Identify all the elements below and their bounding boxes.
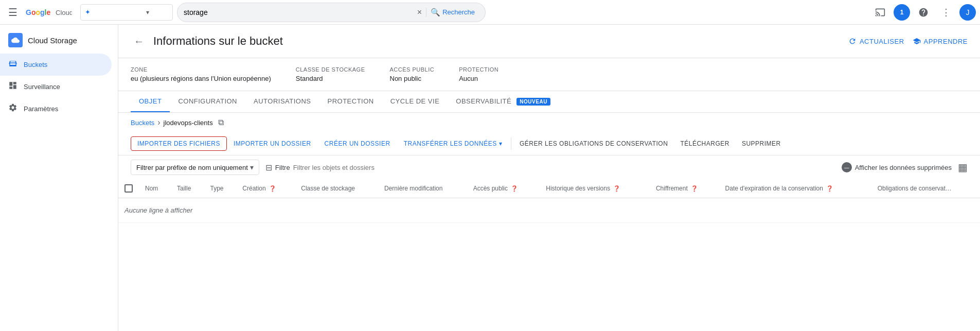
transfer-data-arrow: ▾: [499, 140, 503, 147]
search-button[interactable]: 🔍 Recherche: [426, 8, 479, 17]
filter-bar: Filtrer par préfixe de nom uniquement ▾ …: [118, 155, 980, 179]
empty-message: Aucune ligne à afficher: [118, 198, 980, 223]
page-title: Informations sur le bucket: [153, 34, 842, 48]
select-all-checkbox[interactable]: [124, 184, 133, 193]
learn-label: APPRENDRE: [924, 38, 968, 45]
topbar-right: 1 ⋮ J: [871, 3, 976, 22]
public-access-label: Accès public: [390, 66, 435, 73]
sidebar-product-header: Cloud Storage: [0, 25, 118, 54]
import-folder-button[interactable]: IMPORTER UN DOSSIER: [227, 136, 318, 151]
tab-observabilite[interactable]: OBSERVABILITÉ NOUVEAU: [448, 91, 559, 112]
toggle-deleted-icon: —: [842, 162, 852, 172]
tab-observabilite-badge: NOUVEAU: [516, 98, 550, 106]
zone-label: Zone: [131, 66, 271, 73]
help-button[interactable]: [914, 3, 933, 22]
buckets-icon: [8, 59, 17, 71]
project-selector[interactable]: ✦ ▾: [80, 4, 173, 21]
zone-value: eu (plusieurs régions dans l'Union europ…: [131, 75, 271, 82]
sidebar-product-name: Cloud Storage: [28, 36, 77, 45]
info-public-access: Accès public Non public: [390, 66, 435, 82]
filter-prefix-dropdown[interactable]: Filtrer par préfixe de nom uniquement ▾: [131, 160, 259, 175]
tab-objet[interactable]: OBJET: [131, 91, 170, 112]
refresh-button[interactable]: ACTUALISER: [848, 37, 904, 45]
breadcrumb-buckets-link[interactable]: Buckets: [131, 119, 154, 127]
col-header-nom: Nom: [139, 179, 171, 198]
learn-button[interactable]: APPRENDRE: [913, 37, 968, 45]
filter-prefix-arrow: ▾: [250, 163, 254, 171]
show-deleted-label: Afficher les données supprimées: [855, 164, 952, 171]
storage-class-value: Standard: [296, 75, 365, 82]
search-clear-icon[interactable]: ×: [417, 8, 422, 17]
delete-button[interactable]: SUPPRIMER: [736, 137, 787, 150]
tab-cycle-de-vie[interactable]: CYCLE DE VIE: [382, 91, 448, 112]
page-header: ← Informations sur le bucket ACTUALISER …: [118, 25, 980, 58]
notification-badge[interactable]: 1: [894, 4, 910, 21]
sidebar-product-icon: [8, 33, 23, 47]
filter-input[interactable]: [293, 164, 396, 171]
density-button[interactable]: ▦: [958, 161, 968, 173]
google-logo-svg: Google Cloud: [26, 8, 72, 17]
sidebar: Cloud Storage Buckets Surveillance Param…: [0, 25, 118, 331]
filter-label: Filtre: [275, 164, 290, 171]
filter-section: ⊟ Filtre: [265, 163, 396, 172]
acces-public-help-icon[interactable]: ❓: [510, 184, 519, 193]
user-avatar-button[interactable]: J: [959, 4, 976, 21]
protection-label: Protection: [459, 66, 498, 73]
info-protection: Protection Aucun: [459, 66, 498, 82]
col-header-classe-stockage: Classe de stockage: [295, 179, 378, 198]
info-storage-class: Classe de stockage Standard: [296, 66, 365, 82]
sidebar-item-parametres[interactable]: Paramètres: [0, 98, 112, 120]
manage-obligations-button[interactable]: GÉRER LES OBLIGATIONS DE CONSERVATION: [513, 137, 674, 150]
create-folder-button[interactable]: CRÉER UN DOSSIER: [318, 136, 397, 151]
main-content: ← Informations sur le bucket ACTUALISER …: [118, 25, 980, 331]
date-expiration-help-icon[interactable]: ❓: [826, 184, 834, 193]
sidebar-item-surveillance-label: Surveillance: [24, 83, 60, 91]
empty-table-row: Aucune ligne à afficher: [118, 198, 980, 223]
filter-icon: ⊟: [265, 163, 272, 172]
sidebar-item-buckets[interactable]: Buckets: [0, 54, 112, 76]
project-input[interactable]: [93, 8, 144, 16]
objects-table: Nom Taille Type Création ❓ Classe de sto…: [118, 179, 980, 223]
filter-prefix-label: Filtrer par préfixe de nom uniquement: [136, 164, 248, 171]
breadcrumb-current: jlodevops-clients: [164, 119, 213, 127]
transfer-data-label: TRANSFÉRER LES DONNÉES: [404, 140, 497, 147]
filter-right: — Afficher les données supprimées ▦: [842, 161, 968, 173]
show-deleted-toggle[interactable]: — Afficher les données supprimées: [842, 162, 952, 172]
search-btn-label: Recherche: [442, 8, 475, 16]
creation-help-icon[interactable]: ❓: [269, 184, 277, 193]
page-actions: ACTUALISER APPRENDRE: [848, 37, 968, 45]
storage-class-label: Classe de stockage: [296, 66, 365, 73]
copy-bucket-name-button[interactable]: ⧉: [218, 118, 224, 127]
project-dropdown-arrow: ▾: [146, 9, 149, 16]
info-zone: Zone eu (plusieurs régions dans l'Union …: [131, 66, 271, 82]
content-toolbar: IMPORTER DES FICHIERS IMPORTER UN DOSSIE…: [118, 132, 980, 155]
col-header-acces-public: Accès public ❓: [467, 179, 540, 198]
chiffrement-help-icon[interactable]: ❓: [690, 184, 699, 193]
search-input[interactable]: [184, 8, 413, 16]
google-cloud-logo: Google Cloud: [26, 8, 72, 17]
search-icon: 🔍: [431, 8, 440, 17]
table-header-checkbox: [118, 179, 139, 198]
project-icon: ✦: [85, 8, 91, 16]
tab-protection[interactable]: PROTECTION: [319, 91, 382, 112]
cast-button[interactable]: [871, 3, 889, 22]
transfer-data-button[interactable]: TRANSFÉRER LES DONNÉES ▾: [397, 136, 509, 151]
col-header-chiffrement: Chiffrement ❓: [650, 179, 719, 198]
col-header-type: Type: [204, 179, 237, 198]
app-layout: Cloud Storage Buckets Surveillance Param…: [0, 25, 980, 331]
tab-configuration[interactable]: CONFIGURATION: [170, 91, 245, 112]
historique-versions-help-icon[interactable]: ❓: [613, 184, 621, 193]
search-bar: × 🔍 Recherche: [177, 3, 486, 22]
sidebar-item-buckets-label: Buckets: [24, 61, 47, 68]
tab-autorisations[interactable]: AUTORISATIONS: [245, 91, 319, 112]
menu-icon[interactable]: ☰: [4, 2, 22, 23]
more-options-button[interactable]: ⋮: [937, 3, 955, 22]
parametres-icon: [8, 103, 17, 115]
sidebar-item-surveillance[interactable]: Surveillance: [0, 76, 112, 98]
import-files-button[interactable]: IMPORTER DES FICHIERS: [131, 136, 227, 151]
download-button[interactable]: TÉLÉCHARGER: [674, 137, 736, 150]
surveillance-icon: [8, 81, 17, 93]
tab-observabilite-label: OBSERVABILITÉ: [456, 97, 511, 105]
back-button[interactable]: ←: [131, 33, 147, 49]
col-header-taille: Taille: [171, 179, 204, 198]
